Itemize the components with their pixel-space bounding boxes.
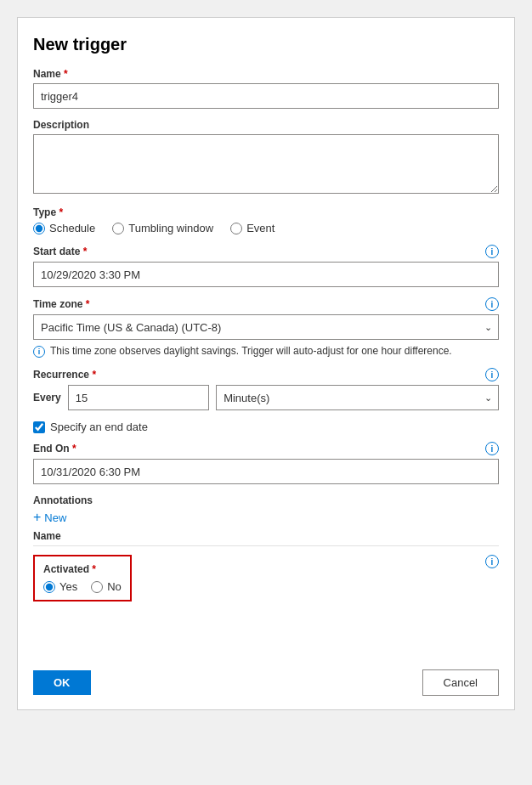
start-date-label: Start date bbox=[33, 246, 87, 257]
name-input[interactable] bbox=[33, 83, 499, 109]
description-label: Description bbox=[33, 119, 499, 131]
end-on-info-icon[interactable]: i bbox=[485, 442, 499, 455]
type-options-row: Schedule Tumbling window Event bbox=[33, 222, 499, 234]
annotations-label: Annotations bbox=[33, 494, 499, 506]
dialog-title: New trigger bbox=[33, 35, 499, 54]
start-date-info-icon[interactable]: i bbox=[485, 245, 499, 258]
activated-no-radio[interactable] bbox=[91, 581, 103, 593]
specify-end-date-checkbox[interactable] bbox=[33, 421, 45, 433]
activated-info-icon[interactable]: i bbox=[485, 555, 499, 568]
type-event-option[interactable]: Event bbox=[230, 222, 274, 234]
type-tumbling-label: Tumbling window bbox=[128, 222, 213, 234]
timezone-select-wrapper: Pacific Time (US & Canada) (UTC-8) ⌄ bbox=[33, 314, 499, 340]
recurrence-header: Recurrence i bbox=[33, 368, 499, 381]
recurrence-label: Recurrence bbox=[33, 369, 96, 381]
timezone-select[interactable]: Pacific Time (US & Canada) (UTC-8) bbox=[33, 314, 499, 340]
annotations-section: Annotations + New Name bbox=[33, 494, 499, 546]
specify-end-date-row: Specify an end date bbox=[33, 421, 499, 433]
type-label: Type bbox=[33, 206, 499, 218]
activated-no-option[interactable]: No bbox=[91, 580, 122, 593]
name-field-group: Name bbox=[33, 68, 499, 109]
timezone-label: Time zone bbox=[33, 298, 89, 310]
specify-end-date-label: Specify an end date bbox=[50, 421, 148, 433]
recurrence-unit-select[interactable]: Minute(s) Hour(s) Day(s) Week(s) Month(s… bbox=[216, 385, 499, 410]
add-annotation-button[interactable]: + New bbox=[33, 510, 66, 525]
type-event-radio[interactable] bbox=[230, 223, 242, 234]
type-schedule-label: Schedule bbox=[49, 222, 95, 234]
type-schedule-option[interactable]: Schedule bbox=[33, 222, 95, 234]
end-on-field-group: End On i bbox=[33, 442, 499, 484]
recurrence-every-label: Every bbox=[33, 392, 61, 404]
end-on-label: End On bbox=[33, 443, 76, 455]
recurrence-field-group: Recurrence i Every Minute(s) Hour(s) Day… bbox=[33, 368, 499, 410]
type-field-group: Type Schedule Tumbling window Event bbox=[33, 206, 499, 234]
activated-yes-radio[interactable] bbox=[43, 581, 55, 593]
activated-label: Activated bbox=[43, 563, 122, 575]
cancel-button[interactable]: Cancel bbox=[422, 669, 499, 696]
annotations-name-column: Name bbox=[33, 530, 499, 546]
timezone-info-message: i This time zone observes daylight savin… bbox=[33, 345, 499, 358]
end-on-input[interactable] bbox=[33, 459, 499, 484]
timezone-info-icon[interactable]: i bbox=[485, 297, 499, 311]
activated-options-row: Yes No bbox=[43, 580, 122, 593]
recurrence-row: Every Minute(s) Hour(s) Day(s) Week(s) M… bbox=[33, 385, 499, 410]
activated-no-label: No bbox=[107, 580, 122, 593]
recurrence-info-icon[interactable]: i bbox=[485, 368, 499, 381]
name-label: Name bbox=[33, 68, 499, 80]
end-on-header: End On i bbox=[33, 442, 499, 455]
activated-yes-label: Yes bbox=[59, 580, 77, 593]
type-schedule-radio[interactable] bbox=[33, 223, 45, 234]
start-date-header: Start date i bbox=[33, 245, 499, 258]
activated-outer: Activated Yes No i bbox=[33, 555, 499, 608]
timezone-info-sm-icon: i bbox=[33, 346, 45, 358]
new-trigger-dialog: New trigger Name Description Type Schedu… bbox=[17, 17, 515, 710]
type-event-label: Event bbox=[246, 222, 274, 234]
type-tumbling-radio[interactable] bbox=[112, 223, 124, 234]
start-date-field-group: Start date i bbox=[33, 245, 499, 287]
timezone-info-text: This time zone observes daylight savings… bbox=[50, 345, 452, 357]
footer-row: OK Cancel bbox=[33, 659, 499, 696]
add-annotation-label: New bbox=[44, 511, 66, 524]
type-tumbling-option[interactable]: Tumbling window bbox=[112, 222, 213, 234]
plus-icon: + bbox=[33, 510, 41, 525]
recurrence-value-input[interactable] bbox=[68, 385, 209, 410]
activated-yes-option[interactable]: Yes bbox=[43, 580, 77, 593]
start-date-input[interactable] bbox=[33, 262, 499, 287]
description-field-group: Description bbox=[33, 119, 499, 196]
timezone-header: Time zone i bbox=[33, 297, 499, 311]
ok-button[interactable]: OK bbox=[33, 670, 91, 695]
recurrence-value-wrapper bbox=[68, 385, 209, 410]
timezone-field-group: Time zone i Pacific Time (US & Canada) (… bbox=[33, 297, 499, 358]
activated-section: Activated Yes No bbox=[33, 555, 132, 601]
description-textarea[interactable] bbox=[33, 134, 499, 194]
recurrence-unit-wrapper: Minute(s) Hour(s) Day(s) Week(s) Month(s… bbox=[216, 385, 499, 410]
